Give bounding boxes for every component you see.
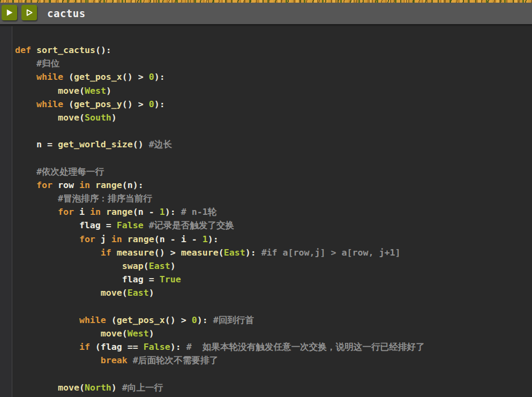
code-line: for j in range(n - i - 1): — [15, 233, 532, 246]
code-line: #归位 — [15, 57, 532, 70]
code-line: for i in range(n - 1): # n-1轮 — [15, 205, 532, 219]
code-line — [15, 124, 532, 138]
play-filled-icon — [5, 8, 14, 17]
play-outline-icon — [25, 8, 34, 17]
run-button[interactable] — [2, 5, 17, 20]
code-line: if (flag == False): # 如果本轮没有触发任意一次交换，说明这… — [15, 340, 532, 354]
toolbar: cactus — [0, 3, 532, 25]
code-line: if measure() > measure(East): #if a[row,… — [15, 246, 532, 259]
code-line — [15, 152, 532, 165]
code-area[interactable]: def sort_cactus(): #归位 while (get_pos_x(… — [15, 43, 532, 394]
code-line: move(West) — [15, 327, 532, 340]
code-line: while (get_pos_x() > 0): #回到行首 — [15, 313, 532, 327]
code-line — [15, 300, 532, 313]
screen: cactus def sort_cactus(): #归位 while (get… — [0, 0, 532, 397]
code-line: n = get_world_size() #边长 — [15, 138, 532, 151]
editor-left-gutter — [0, 26, 12, 397]
code-line: flag = False #记录是否触发了交换 — [15, 219, 532, 232]
code-line: #冒泡排序：排序当前行 — [15, 192, 532, 205]
code-line: move(West) — [15, 84, 532, 98]
code-line: flag = True — [15, 273, 532, 286]
code-line: move(South) — [15, 111, 532, 124]
code-line: while (get_pos_y() > 0): — [15, 98, 532, 111]
code-line: for row in range(n): — [15, 178, 532, 192]
code-line: while (get_pos_x() > 0): — [15, 70, 532, 84]
program-title: cactus — [47, 8, 86, 19]
code-line: move(North) #向上一行 — [15, 381, 532, 394]
code-line — [15, 368, 532, 381]
code-line: swap(East) — [15, 259, 532, 273]
step-button[interactable] — [21, 5, 37, 20]
code-line: def sort_cactus(): — [15, 43, 532, 57]
code-line: #依次处理每一行 — [15, 165, 532, 178]
code-editor: def sort_cactus(): #归位 while (get_pos_x(… — [0, 26, 532, 397]
code-line: break #后面轮次不需要排了 — [15, 354, 532, 367]
code-line: move(East) — [15, 286, 532, 299]
